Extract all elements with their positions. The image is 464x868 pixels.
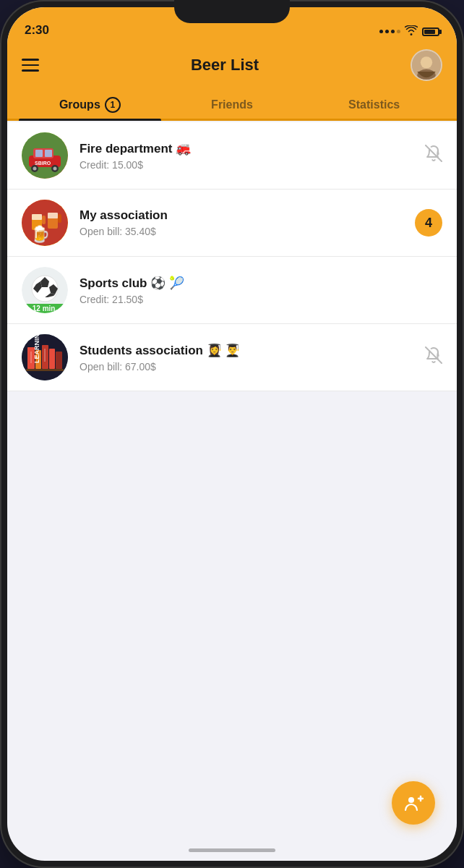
group-avatar: SBIRO xyxy=(22,132,68,179)
svg-rect-16 xyxy=(32,214,42,220)
phone-frame: 2:30 xyxy=(0,0,464,868)
list-item[interactable]: 🍺 My association Open bill: 35.40$ 4 xyxy=(7,190,457,257)
group-name: Sports club ⚽ 🎾 xyxy=(80,276,431,291)
tab-statistics[interactable]: Statistics xyxy=(303,90,445,119)
svg-text:SBIRO: SBIRO xyxy=(35,161,51,166)
battery-icon xyxy=(422,27,439,36)
status-icons xyxy=(379,25,439,38)
bell-off-icon xyxy=(425,145,442,166)
svg-rect-34 xyxy=(56,352,62,369)
group-avatar: 12 min. xyxy=(22,267,68,313)
group-info: Students association 👩‍🎓 👨‍🎓 Open bill: … xyxy=(80,343,413,373)
group-avatar: LEARNING xyxy=(22,334,68,380)
svg-text:LEARNING: LEARNING xyxy=(33,334,40,363)
tab-friends[interactable]: Friends xyxy=(161,90,304,119)
hamburger-line xyxy=(22,64,39,67)
notification-badge: 4 xyxy=(415,209,442,237)
group-sub: Credit: 15.00$ xyxy=(80,159,413,171)
group-action xyxy=(425,145,442,166)
list-item[interactable]: 12 min. Sports club ⚽ 🎾 Credit: 21.50$ xyxy=(7,257,457,324)
group-avatar: 🍺 xyxy=(22,200,68,246)
svg-rect-37 xyxy=(26,369,64,371)
group-info: My association Open bill: 35.40$ xyxy=(80,208,403,237)
group-sub: Open bill: 35.40$ xyxy=(80,226,403,237)
group-name: Students association 👩‍🎓 👨‍🎓 xyxy=(80,343,413,358)
svg-rect-10 xyxy=(35,150,43,157)
svg-line-39 xyxy=(426,347,442,363)
notch xyxy=(174,0,290,23)
list-item[interactable]: LEARNING Students association 👩‍🎓 👨‍🎓 Op… xyxy=(7,324,457,391)
group-info: Sports club ⚽ 🎾 Credit: 21.50$ xyxy=(80,276,431,305)
user-avatar[interactable] xyxy=(411,49,442,81)
svg-rect-19 xyxy=(48,213,58,218)
svg-rect-17 xyxy=(42,216,46,224)
svg-text:🍺: 🍺 xyxy=(30,224,51,244)
hamburger-line xyxy=(22,69,39,72)
group-sub: Open bill: 67.00$ xyxy=(80,361,413,373)
add-group-fab[interactable] xyxy=(392,781,435,825)
svg-rect-33 xyxy=(49,349,55,369)
tab-groups-badge: 1 xyxy=(105,97,121,113)
list-item[interactable]: SBIRO Fire department 🚒 Credit: 15.00$ xyxy=(7,122,457,190)
tab-groups[interactable]: Groups 1 xyxy=(19,90,161,119)
app-header: Beer List xyxy=(7,43,457,90)
hamburger-line xyxy=(22,59,39,61)
bell-off-icon xyxy=(425,346,442,368)
menu-button[interactable] xyxy=(22,59,39,72)
groups-list: SBIRO Fire department 🚒 Credit: 15.00$ xyxy=(7,122,457,391)
svg-point-7 xyxy=(33,167,37,171)
svg-point-1 xyxy=(421,56,432,68)
home-indicator xyxy=(189,848,275,852)
group-name: Fire department 🚒 xyxy=(80,141,413,156)
svg-line-13 xyxy=(426,145,442,161)
svg-rect-11 xyxy=(45,150,52,157)
group-info: Fire department 🚒 Credit: 15.00$ xyxy=(80,141,413,171)
svg-point-40 xyxy=(408,797,414,803)
tab-statistics-label: Statistics xyxy=(348,98,400,111)
tab-groups-label: Groups xyxy=(59,98,100,111)
group-name: My association xyxy=(80,208,403,223)
signal-icon xyxy=(379,30,400,33)
screen: 2:30 xyxy=(7,7,457,861)
group-action xyxy=(425,346,442,368)
group-sub: Credit: 21.50$ xyxy=(80,294,431,305)
time-badge: 12 min. xyxy=(22,304,68,313)
page-title: Beer List xyxy=(191,56,259,75)
svg-rect-20 xyxy=(58,214,61,223)
svg-point-9 xyxy=(53,167,57,171)
tab-bar: Groups 1 Friends Statistics xyxy=(7,90,457,121)
group-action: 4 xyxy=(415,209,442,237)
status-time: 2:30 xyxy=(25,23,49,38)
tab-friends-label: Friends xyxy=(211,98,253,111)
wifi-icon xyxy=(405,25,418,38)
